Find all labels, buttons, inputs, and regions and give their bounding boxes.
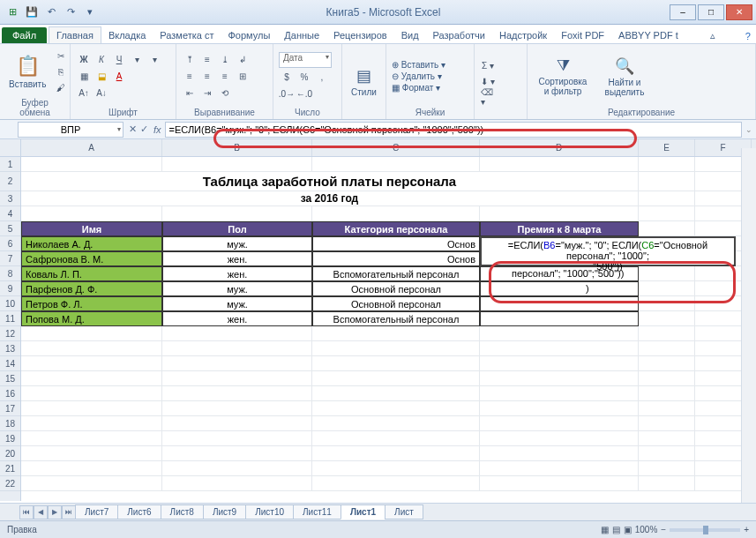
increase-decimal-icon[interactable]: .0→ bbox=[279, 87, 295, 101]
row-header[interactable]: 16 bbox=[0, 386, 20, 401]
shrink-font-icon[interactable]: A↓ bbox=[94, 86, 109, 101]
sheet-tab[interactable]: Лист6 bbox=[117, 504, 161, 519]
align-middle-icon[interactable]: ≡ bbox=[199, 53, 215, 67]
col-header[interactable]: B bbox=[162, 139, 312, 156]
ribbon-tab[interactable]: Данные bbox=[277, 27, 326, 43]
ribbon-tab[interactable]: Главная bbox=[49, 26, 101, 43]
clear-icon[interactable]: ⌫ ▾ bbox=[480, 90, 496, 104]
find-select-button[interactable]: 🔍Найти и выделить bbox=[596, 55, 653, 99]
gender-cell[interactable]: жен. bbox=[162, 266, 312, 281]
category-cell[interactable]: Основной персонал bbox=[312, 296, 480, 311]
row-header[interactable]: 6 bbox=[0, 236, 20, 251]
name-cell[interactable]: Сафронова В. М. bbox=[21, 251, 162, 266]
sheet-tab[interactable]: Лист bbox=[385, 504, 423, 519]
select-all-corner[interactable] bbox=[0, 139, 20, 157]
align-right-icon[interactable]: ≡ bbox=[217, 70, 233, 84]
undo-icon[interactable]: ↶ bbox=[42, 4, 60, 21]
insert-cells-button[interactable]: ⊕ Вставить ▾ bbox=[392, 60, 445, 70]
format-painter-icon[interactable]: 🖌 bbox=[53, 80, 69, 94]
header-cell[interactable]: Премия к 8 марта bbox=[480, 221, 639, 236]
row-header[interactable]: 5 bbox=[0, 221, 20, 236]
decrease-indent-icon[interactable]: ⇤ bbox=[182, 86, 198, 101]
font-color-icon[interactable]: A bbox=[111, 70, 127, 84]
col-header[interactable]: A bbox=[21, 139, 162, 156]
bonus-cell[interactable] bbox=[480, 296, 639, 311]
qat-customize-icon[interactable]: ▾ bbox=[81, 4, 99, 21]
table-subtitle[interactable]: за 2016 год bbox=[21, 191, 639, 206]
name-box[interactable]: ВПР bbox=[18, 122, 124, 138]
row-header[interactable]: 3 bbox=[0, 191, 20, 206]
ribbon-tab[interactable]: Разработчи bbox=[426, 27, 492, 43]
delete-cells-button[interactable]: ⊖ Удалить ▾ bbox=[392, 71, 445, 81]
next-sheet-icon[interactable]: ▶ bbox=[48, 505, 62, 519]
bonus-cell[interactable] bbox=[480, 281, 639, 296]
row-header[interactable]: 11 bbox=[0, 311, 20, 326]
fx-icon[interactable]: fx bbox=[153, 124, 161, 135]
increase-indent-icon[interactable]: ⇥ bbox=[199, 86, 215, 101]
worksheet[interactable]: 1 2 3 4 5 6 7 8 9 10 11 12 13 14 15 16 1… bbox=[0, 139, 756, 501]
row-header[interactable]: 9 bbox=[0, 281, 20, 296]
format-cells-button[interactable]: ▦ Формат ▾ bbox=[392, 83, 445, 93]
row-header[interactable]: 18 bbox=[0, 416, 20, 431]
category-cell[interactable]: Вспомогательный персонал bbox=[312, 311, 480, 326]
table-title[interactable]: Таблица заработной платы персонала bbox=[21, 172, 639, 191]
col-header[interactable]: C bbox=[312, 139, 480, 156]
ribbon-tab[interactable]: Разметка ст bbox=[153, 27, 221, 43]
expand-formula-icon[interactable]: ⌄ bbox=[742, 125, 756, 134]
header-cell[interactable]: Пол bbox=[162, 221, 312, 236]
zoom-out-button[interactable]: − bbox=[661, 525, 666, 534]
gender-cell[interactable]: жен. bbox=[162, 311, 312, 326]
category-cell[interactable]: Основ bbox=[312, 251, 480, 266]
sort-filter-button[interactable]: ⧩Сортировка и фильтр bbox=[533, 55, 593, 98]
view-layout-icon[interactable]: ▤ bbox=[612, 525, 620, 534]
align-bottom-icon[interactable]: ⤓ bbox=[217, 53, 233, 67]
row-header[interactable]: 22 bbox=[0, 476, 20, 491]
vertical-scrollbar[interactable] bbox=[741, 148, 756, 503]
align-center-icon[interactable]: ≡ bbox=[199, 70, 215, 84]
sheet-tab[interactable]: Лист10 bbox=[245, 504, 294, 519]
sheet-tab[interactable]: Лист7 bbox=[75, 504, 118, 519]
percent-icon[interactable]: % bbox=[296, 71, 312, 85]
excel-icon[interactable]: ⊞ bbox=[4, 4, 21, 21]
align-top-icon[interactable]: ⤒ bbox=[182, 53, 198, 67]
decrease-decimal-icon[interactable]: ←.0 bbox=[296, 87, 312, 101]
row-header[interactable]: 10 bbox=[0, 296, 20, 311]
minimize-button[interactable]: – bbox=[670, 4, 696, 20]
ribbon-tab[interactable]: Foxit PDF bbox=[554, 27, 611, 43]
gender-cell[interactable]: муж. bbox=[162, 296, 312, 311]
view-break-icon[interactable]: ▣ bbox=[624, 525, 632, 534]
gender-cell[interactable]: жен. bbox=[162, 251, 312, 266]
paste-button[interactable]: 📋Вставить bbox=[5, 53, 49, 91]
cancel-formula-icon[interactable]: ✕ bbox=[129, 123, 137, 135]
name-cell[interactable]: Попова М. Д. bbox=[21, 311, 162, 326]
gender-cell[interactable]: муж. bbox=[162, 236, 312, 251]
zoom-slider[interactable] bbox=[670, 528, 740, 532]
col-header[interactable]: E bbox=[639, 139, 695, 156]
bonus-cell[interactable] bbox=[480, 311, 639, 326]
sheet-tab[interactable]: Лист8 bbox=[161, 504, 204, 519]
row-header[interactable]: 13 bbox=[0, 341, 20, 356]
row-header[interactable]: 7 bbox=[0, 251, 20, 266]
sheet-tab[interactable]: Лист1 bbox=[341, 504, 385, 519]
merge-icon[interactable]: ⊞ bbox=[235, 70, 251, 84]
row-header[interactable]: 17 bbox=[0, 401, 20, 416]
row-header[interactable]: 8 bbox=[0, 266, 20, 281]
autosum-icon[interactable]: Σ ▾ bbox=[480, 58, 496, 72]
number-format-combo[interactable]: Дата bbox=[279, 52, 332, 68]
row-header[interactable]: 21 bbox=[0, 461, 20, 476]
header-cell[interactable]: Имя bbox=[21, 221, 162, 236]
save-icon[interactable]: 💾 bbox=[23, 4, 41, 21]
ribbon-tab[interactable]: ABBYY PDF t bbox=[611, 27, 685, 43]
ribbon-tab[interactable]: Рецензиров bbox=[326, 27, 394, 43]
name-cell[interactable]: Николаев А. Д. bbox=[21, 236, 162, 251]
orientation-icon[interactable]: ⟲ bbox=[217, 86, 233, 101]
fill-color-icon[interactable]: ⬓ bbox=[94, 70, 109, 84]
wrap-text-icon[interactable]: ↲ bbox=[235, 53, 251, 67]
category-cell[interactable]: Основ bbox=[312, 236, 480, 251]
italic-icon[interactable]: К bbox=[94, 53, 109, 67]
ribbon-tab[interactable]: Вид bbox=[394, 27, 426, 43]
cell-edit-tooltip[interactable]: =ЕСЛИ(B6="муж."; "0"; ЕСЛИ(C6="Основной … bbox=[480, 236, 736, 266]
row-header[interactable]: 4 bbox=[0, 206, 20, 221]
accept-formula-icon[interactable]: ✓ bbox=[140, 123, 148, 135]
zoom-in-button[interactable]: + bbox=[744, 525, 749, 534]
